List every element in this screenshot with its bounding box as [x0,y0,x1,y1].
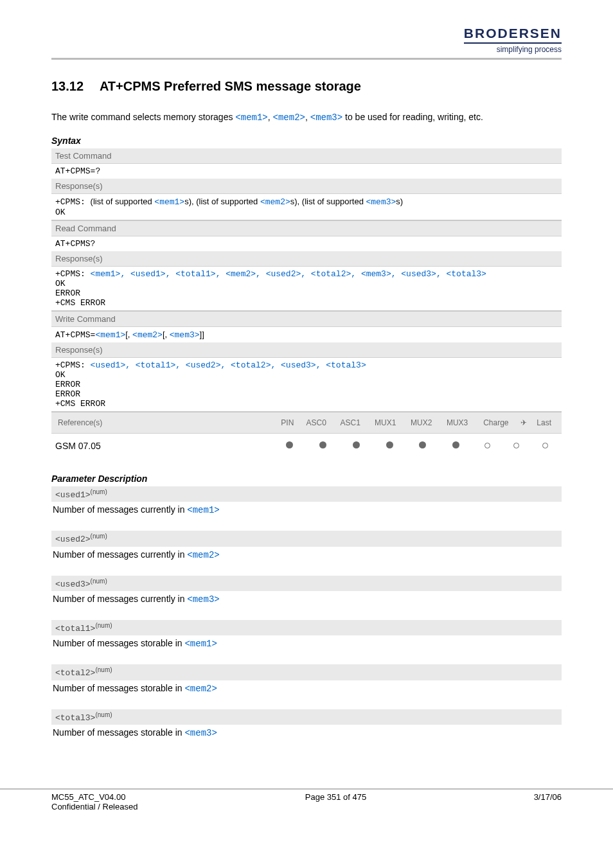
brand-tagline: simplifying process [464,45,562,54]
param-desc-heading: Parameter Description [51,474,562,484]
brand-name: BRODERSEN [464,26,562,41]
reference-header-row: Reference(s) PIN ASC0 ASC1 MUX1 MUX2 MUX… [55,415,558,430]
param-name: <used3>(num) [51,576,562,591]
header: BRODERSEN simplifying process [51,26,562,54]
reference-name: GSM 07.05 [54,439,272,453]
test-response: +CPMS: (list of supported <mem1>s), (lis… [51,194,562,221]
dot-asc1 [353,441,360,448]
syntax-heading: Syntax [51,136,562,146]
responses-label: Response(s) [51,179,562,194]
dot-asc0 [319,441,326,448]
confidentiality: Confidential / Released [51,802,138,811]
read-command: AT+CPMS? [51,236,562,252]
write-command-label: Write Command [51,312,562,327]
param-description: Number of messages storable in <mem3> [51,725,562,747]
param-block: <total3>(num)Number of messages storable… [51,709,562,747]
param-description: Number of messages currently in <mem3> [51,591,562,614]
param-description: Number of messages currently in <mem2> [51,547,562,569]
doc-date: 3/17/06 [534,792,562,811]
param-name: <used1>(num) [51,486,562,502]
dot-mux2 [419,441,426,448]
airplane-icon: ✈ [517,416,530,429]
param-mem2: <mem2> [273,112,305,123]
test-command: AT+CPMS=? [51,164,562,179]
param-block: <total1>(num)Number of messages storable… [51,620,562,658]
param-name: <total2>(num) [51,664,562,680]
responses-label: Response(s) [51,342,562,358]
param-mem1: <mem1> [235,112,267,123]
param-name: <total3>(num) [51,709,562,725]
param-description: Number of messages currently in <mem1> [51,502,562,524]
param-mem3: <mem3> [310,112,342,123]
dot-last [542,443,548,448]
param-block: <used2>(num)Number of messages currently… [51,531,562,569]
dot-airplane [513,443,519,448]
param-block: <used1>(num)Number of messages currently… [51,486,562,524]
read-response: +CPMS: <mem1>, <used1>, <total1>, <mem2>… [51,267,562,312]
page-number: Page 351 of 475 [305,792,366,811]
dot-mux3 [452,441,459,448]
write-command: AT+CPMS=<mem1>[, <mem2>[, <mem3>]] [51,327,562,343]
write-response: +CPMS: <used1>, <total1>, <used2>, <tota… [51,358,562,412]
param-description: Number of messages storable in <mem1> [51,635,562,658]
dot-mux1 [386,441,393,448]
syntax-table: Test Command AT+CPMS=? Response(s) +CPMS… [51,148,562,458]
section-title: 13.12 AT+CPMS Preferred SMS message stor… [51,79,562,94]
param-description: Number of messages storable in <mem2> [51,680,562,703]
read-command-label: Read Command [51,221,562,236]
references-label: Reference(s) [57,416,275,429]
reference-row: GSM 07.05 [53,438,560,454]
test-command-label: Test Command [51,148,562,164]
param-block: <total2>(num)Number of messages storable… [51,664,562,702]
section-number: 13.12 [51,79,84,93]
dot-charge [484,443,490,448]
section-name: AT+CPMS Preferred SMS message storage [100,79,361,93]
param-name: <total1>(num) [51,620,562,635]
page-footer: MC55_ATC_V04.00 Confidential / Released … [0,788,613,824]
doc-id: MC55_ATC_V04.00 [51,792,138,802]
responses-label: Response(s) [51,251,562,267]
param-block: <used3>(num)Number of messages currently… [51,576,562,614]
param-name: <used2>(num) [51,531,562,546]
intro-paragraph: The write command selects memory storage… [51,112,562,123]
dot-pin [286,441,293,448]
header-divider [51,58,562,60]
